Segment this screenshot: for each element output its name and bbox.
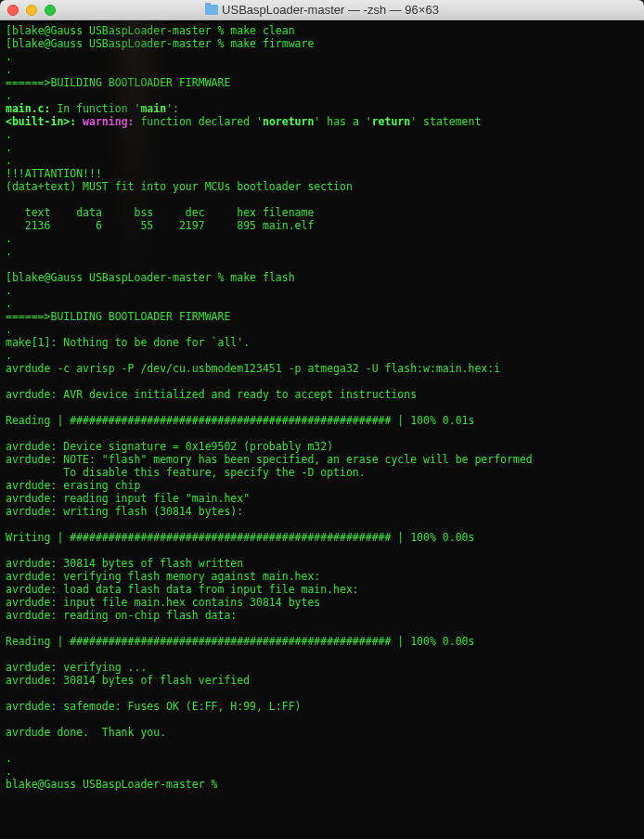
terminal-line [6, 648, 638, 661]
folder-icon [205, 5, 218, 15]
terminal-line: . [6, 245, 638, 258]
terminal-line [6, 687, 638, 700]
terminal-line: avrdude: verifying ... [6, 661, 638, 674]
terminal-line [6, 739, 638, 752]
terminal-line [6, 544, 638, 557]
terminal-line: avrdude -c avrisp -P /dev/cu.usbmodem123… [6, 362, 638, 375]
terminal-line: avrdude: NOTE: "flash" memory has been s… [6, 453, 638, 466]
traffic-lights [0, 5, 56, 16]
terminal-body[interactable]: [blake@Gauss USBaspLoader-master % make … [0, 20, 644, 839]
close-button[interactable] [7, 5, 19, 16]
terminal-line [6, 193, 638, 206]
terminal-line: [blake@Gauss USBaspLoader-master % make … [6, 37, 638, 50]
terminal-line: (data+text) MUST fit into your MCUs boot… [6, 180, 638, 193]
terminal-line: . [6, 128, 638, 141]
terminal-line: . [6, 284, 638, 297]
terminal-line [6, 401, 638, 414]
terminal-line: avrdude: AVR device initialized and read… [6, 388, 638, 401]
title-text: USBaspLoader-master — -zsh — 96×63 [222, 3, 439, 17]
terminal-line: avrdude: reading on-chip flash data: [6, 609, 638, 622]
terminal-line: . [6, 50, 638, 63]
terminal-line: main.c: In function 'main': [6, 102, 638, 115]
terminal-line: text data bss dec hex filename [6, 206, 638, 219]
terminal-line: <built-in>: warning: function declared '… [6, 115, 638, 128]
terminal-line: ======>BUILDING BOOTLOADER FIRMWARE [6, 310, 638, 323]
minimize-button[interactable] [26, 5, 37, 16]
titlebar[interactable]: USBaspLoader-master — -zsh — 96×63 [0, 0, 644, 20]
terminal-line: avrdude: Device signature = 0x1e9502 (pr… [6, 440, 638, 453]
terminal-line: . [6, 765, 638, 778]
terminal-line [6, 622, 638, 635]
terminal-line: [blake@Gauss USBaspLoader-master % make … [6, 271, 638, 284]
terminal-line: [blake@Gauss USBaspLoader-master % make … [6, 24, 638, 37]
terminal-line: . [6, 89, 638, 102]
terminal-line: Reading | ##############################… [6, 635, 638, 648]
terminal-line [6, 713, 638, 726]
terminal-line: make[1]: Nothing to be done for `all'. [6, 336, 638, 349]
terminal-window: USBaspLoader-master — -zsh — 96×63 [blak… [0, 0, 644, 839]
terminal-line: To disable this feature, specify the -D … [6, 466, 638, 479]
terminal-line: . [6, 232, 638, 245]
terminal-line: . [6, 323, 638, 336]
terminal-line: . [6, 349, 638, 362]
terminal-line [6, 518, 638, 531]
terminal-line: avrdude: writing flash (30814 bytes): [6, 505, 638, 518]
terminal-line: 2136 6 55 2197 895 main.elf [6, 219, 638, 232]
terminal-line: avrdude: erasing chip [6, 479, 638, 492]
terminal-line: avrdude done. Thank you. [6, 726, 638, 739]
terminal-line: avrdude: 30814 bytes of flash written [6, 557, 638, 570]
terminal-line: . [6, 141, 638, 154]
terminal-line: avrdude: load data flash data from input… [6, 583, 638, 596]
terminal-line: Reading | ##############################… [6, 414, 638, 427]
terminal-line: avrdude: verifying flash memory against … [6, 570, 638, 583]
terminal-line: avrdude: reading input file "main.hex" [6, 492, 638, 505]
terminal-line: Writing | ##############################… [6, 531, 638, 544]
terminal-line: blake@Gauss USBaspLoader-master % [6, 778, 638, 791]
terminal-line: avrdude: safemode: Fuses OK (E:FF, H:99,… [6, 700, 638, 713]
terminal-line [6, 258, 638, 271]
terminal-line [6, 375, 638, 388]
maximize-button[interactable] [45, 5, 56, 16]
terminal-line [6, 427, 638, 440]
terminal-line: . [6, 154, 638, 167]
terminal-line: . [6, 63, 638, 76]
terminal-line: avrdude: 30814 bytes of flash verified [6, 674, 638, 687]
terminal-line: avrdude: input file main.hex contains 30… [6, 596, 638, 609]
terminal-line: ======>BUILDING BOOTLOADER FIRMWARE [6, 76, 638, 89]
window-title: USBaspLoader-master — -zsh — 96×63 [0, 3, 644, 17]
terminal-line: . [6, 297, 638, 310]
terminal-line: . [6, 752, 638, 765]
terminal-line: !!!ATTANTION!!! [6, 167, 638, 180]
